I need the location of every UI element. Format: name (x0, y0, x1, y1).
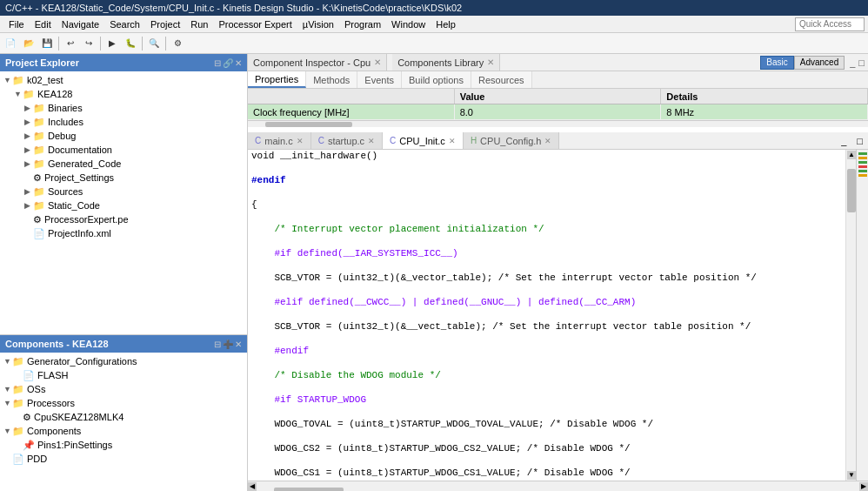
comp-lib-close-x[interactable]: ✕ (487, 57, 494, 67)
prop-scroll[interactable] (248, 120, 868, 127)
project-tree-item[interactable]: 📄ProjectInfo.xml (0, 226, 247, 240)
project-tree-item[interactable]: ▶📁Includes (0, 115, 247, 129)
comp-tree-item[interactable]: ▼📁Processors (0, 396, 247, 410)
code-editor[interactable]: void __init_hardware() #endif { /* Inter… (248, 150, 868, 481)
scroll-down[interactable]: ▼ (847, 471, 856, 480)
quick-access-input[interactable] (795, 17, 865, 31)
right-annotation-strip (856, 150, 868, 481)
toolbar-redo[interactable]: ↪ (80, 35, 97, 52)
code-line: /* Disable the WDOG module */ (251, 369, 842, 381)
project-tree-item[interactable]: ▶📁Binaries (0, 101, 247, 115)
inspector-maximize[interactable]: □ (858, 57, 865, 68)
editor-maximize[interactable]: □ (851, 132, 868, 149)
project-tree-item[interactable]: ⚙Project_Settings (0, 171, 247, 185)
annotation-mark-6 (858, 174, 867, 177)
cpuinitc-close[interactable]: ✕ (449, 137, 456, 145)
hscroll-thumb[interactable] (274, 488, 344, 492)
comp-tree-item[interactable]: 📄PDD (0, 452, 247, 466)
menu-project[interactable]: Project (145, 17, 185, 31)
comp-collapse-icon[interactable]: ⊟ (214, 340, 221, 349)
toolbar-build[interactable]: ▶ (103, 35, 121, 52)
tab-cpuinitc[interactable]: C CPU_Init.c ✕ (383, 132, 464, 149)
tab-mainc[interactable]: C main.c ✕ (248, 132, 311, 149)
code-line: #endif (251, 345, 842, 357)
hscroll-left[interactable]: ◀ (248, 482, 257, 491)
tab-cpuconfigh[interactable]: H CPU_Config.h ✕ (464, 132, 560, 149)
toolbar: 📄 📂 💾 ↩ ↪ ▶ 🐛 🔍 ⚙ (0, 33, 868, 54)
menu-bar: File Edit Navigate Search Project Run Pr… (0, 16, 868, 33)
toolbar-open[interactable]: 📂 (20, 35, 37, 52)
menu-window[interactable]: Window (386, 17, 431, 31)
collapse-icon[interactable]: ⊟ (214, 58, 221, 68)
comp-add-icon[interactable]: ➕ (223, 340, 233, 349)
project-tree[interactable]: ▼📁k02_test▼📁KEA128▶📁Binaries▶📁Includes▶📁… (0, 71, 247, 334)
menu-help[interactable]: Help (431, 17, 461, 31)
menu-search[interactable]: Search (104, 17, 145, 31)
project-tree-item[interactable]: ▼📁k02_test (0, 73, 247, 87)
editor-hscrollbar[interactable]: ◀ ▶ (248, 481, 868, 491)
tab-startupc[interactable]: C startup.c ✕ (311, 132, 383, 149)
editor-minimize[interactable]: _ (836, 132, 851, 149)
tab-build-options[interactable]: Build options (402, 71, 471, 88)
comp-tree-item[interactable]: ▼📁Generator_Configurations (0, 354, 247, 368)
comp-tree-item[interactable]: ▼📁OSs (0, 382, 247, 396)
prop-value-clock: 8.0 (455, 104, 662, 119)
mainc-close[interactable]: ✕ (297, 137, 304, 145)
scroll-up[interactable]: ▲ (847, 151, 856, 159)
toolbar-save[interactable]: 💾 (38, 35, 56, 52)
tab-properties[interactable]: Properties (248, 71, 306, 88)
project-tree-item[interactable]: ▶📁Documentation (0, 143, 247, 157)
startupc-close[interactable]: ✕ (368, 137, 375, 145)
toolbar-sep4 (165, 37, 166, 50)
inspector-close-x[interactable]: ✕ (374, 57, 381, 67)
tab-resources[interactable]: Resources (471, 71, 532, 88)
prop-name-clock: Clock frequency [MHz] (248, 104, 455, 119)
tab-methods[interactable]: Methods (306, 71, 357, 88)
prop-details-clock: 8 MHz (661, 104, 868, 119)
inspector-header: Component Inspector - Cpu ✕ Components L… (248, 54, 868, 71)
comp-tree-item[interactable]: 📄FLASH (0, 368, 247, 382)
menu-file[interactable]: File (3, 17, 30, 31)
comp-tree-item[interactable]: 📌Pins1:PinSettings (0, 438, 247, 452)
mainc-label: main.c (264, 136, 292, 146)
project-tree-item[interactable]: ▼📁KEA128 (0, 87, 247, 101)
menu-run[interactable]: Run (185, 17, 213, 31)
toolbar-settings[interactable]: ⚙ (169, 35, 186, 52)
advanced-btn[interactable]: Advanced (794, 56, 845, 70)
menu-uvision[interactable]: µVision (297, 17, 339, 31)
toolbar-undo[interactable]: ↩ (62, 35, 79, 52)
project-tree-item[interactable]: ▶📁Sources (0, 185, 247, 198)
project-tree-item[interactable]: ▶📁Generated_Code (0, 157, 247, 171)
code-line: #endif (251, 174, 842, 186)
code-vscrollbar[interactable]: ▲ ▼ (845, 150, 856, 481)
toolbar-new[interactable]: 📄 (2, 35, 19, 52)
comp-tree-item[interactable]: ▼📁Components (0, 424, 247, 438)
inspector-minimize[interactable]: _ (850, 57, 855, 68)
prop-row-clock: Clock frequency [MHz] 8.0 8 MHz (248, 104, 868, 120)
hscroll-right[interactable]: ▶ (859, 482, 868, 491)
menu-processorexpert[interactable]: Processor Expert (213, 17, 297, 31)
prop-hscroll-thumb[interactable] (265, 122, 352, 127)
scroll-track[interactable] (846, 160, 856, 470)
project-tree-item[interactable]: ⚙ProcessorExpert.pe (0, 212, 247, 226)
menu-navigate[interactable]: Navigate (57, 17, 104, 31)
comp-close-icon[interactable]: ✕ (235, 340, 242, 349)
toolbar-debug[interactable]: 🐛 (122, 35, 139, 52)
basic-btn[interactable]: Basic (760, 56, 793, 70)
menu-edit[interactable]: Edit (30, 17, 57, 31)
scroll-thumb[interactable] (847, 169, 856, 212)
link-icon[interactable]: 🔗 (223, 58, 233, 68)
project-tree-item[interactable]: ▶📁Static_Code (0, 198, 247, 212)
inspector-title: Component Inspector - Cpu ✕ (248, 54, 387, 71)
tab-events[interactable]: Events (357, 71, 402, 88)
close-icon[interactable]: ✕ (235, 58, 242, 68)
project-tree-item[interactable]: ▶📁Debug (0, 129, 247, 143)
toolbar-search[interactable]: 🔍 (145, 35, 163, 52)
startupc-label: startup.c (328, 136, 364, 146)
cpuconfigh-close[interactable]: ✕ (544, 137, 551, 145)
cpuconfigh-label: CPU_Config.h (480, 136, 541, 146)
menu-program[interactable]: Program (339, 17, 386, 31)
code-content[interactable]: void __init_hardware() #endif { /* Inter… (248, 150, 845, 481)
comp-tree-item[interactable]: ⚙CpuSKEAZ128MLK4 (0, 410, 247, 424)
components-tree[interactable]: ▼📁Generator_Configurations📄FLASH▼📁OSs▼📁P… (0, 353, 247, 491)
